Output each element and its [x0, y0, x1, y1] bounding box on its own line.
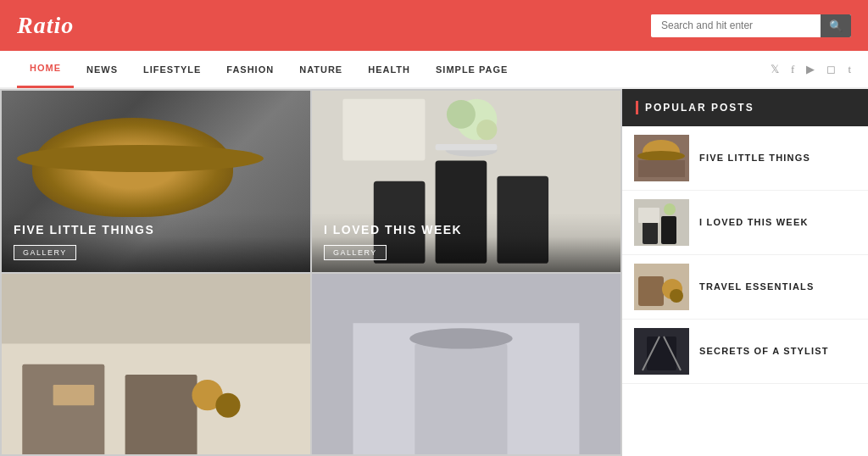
post-info-1: FIVE LITTLE THINGS — [699, 152, 856, 164]
svg-rect-14 — [53, 385, 95, 405]
nav-item-home[interactable]: HOME — [17, 50, 74, 88]
search-input[interactable] — [651, 14, 821, 36]
main-content: FIVE LITTLE THINGS GALLERY — [0, 89, 868, 456]
svg-rect-12 — [22, 364, 104, 454]
post-thumb-4 — [634, 328, 689, 375]
youtube-link[interactable]: ▶ — [806, 63, 815, 76]
grid-image-4 — [312, 274, 620, 455]
site-logo[interactable]: Ratio — [17, 12, 74, 39]
content-grid: FIVE LITTLE THINGS GALLERY — [0, 89, 622, 456]
sidebar-header: POPULAR POSTS — [622, 89, 868, 126]
grid-title-2: I LOVED THIS WEEK — [324, 223, 609, 236]
grid-image-3 — [2, 274, 310, 455]
popular-post-3[interactable]: TRAVEL ESSENTIALS — [622, 255, 868, 320]
gallery-button-1[interactable]: GALLERY — [14, 245, 76, 260]
svg-rect-4 — [342, 99, 425, 161]
nav-item-news[interactable]: NEWS — [74, 50, 131, 88]
svg-rect-27 — [661, 216, 676, 244]
post-title-3: TRAVEL ESSENTIALS — [699, 281, 856, 293]
svg-point-20 — [409, 328, 512, 348]
svg-rect-13 — [125, 374, 198, 454]
nav-item-lifestyle[interactable]: LIFESTYLE — [131, 50, 214, 88]
grid-overlay-2: I LOVED THIS WEEK GALLERY — [312, 213, 620, 272]
nav-links: HOME NEWS LIFESTYLE FASHION NATURE HEALT… — [17, 50, 520, 88]
post-thumb-1 — [634, 135, 689, 181]
svg-rect-9 — [436, 144, 498, 150]
svg-point-29 — [664, 203, 676, 215]
svg-rect-28 — [638, 208, 659, 223]
svg-point-16 — [215, 392, 240, 417]
grid-overlay-1: FIVE LITTLE THINGS GALLERY — [2, 213, 310, 272]
search-button[interactable]: 🔍 — [821, 14, 851, 37]
popular-post-1[interactable]: FIVE LITTLE THINGS — [622, 126, 868, 191]
twitter-link[interactable]: 𝕏 — [771, 63, 779, 76]
popular-post-4[interactable]: SECRETS OF A STYLIST — [622, 320, 868, 384]
sidebar-accent — [636, 101, 638, 114]
popular-post-2[interactable]: I LOVED THIS WEEK — [622, 191, 868, 255]
post-title-4: SECRETS OF A STYLIST — [699, 345, 856, 358]
nav-item-simple-page[interactable]: SIMPLE PAGE — [423, 50, 520, 88]
site-header: Ratio 🔍 — [0, 0, 868, 51]
svg-rect-19 — [415, 343, 507, 454]
nav-item-health[interactable]: HEALTH — [355, 50, 423, 88]
svg-rect-31 — [638, 276, 664, 306]
post-info-4: SECRETS OF A STYLIST — [699, 345, 856, 358]
tumblr-link[interactable]: t — [848, 63, 851, 76]
grid-item-4[interactable] — [312, 274, 620, 455]
post-title-2: I LOVED THIS WEEK — [699, 216, 856, 229]
svg-point-23 — [637, 151, 685, 161]
social-links: 𝕏 f ▶ ◻ t — [771, 63, 851, 76]
post-thumb-3 — [634, 264, 689, 310]
main-nav: HOME NEWS LIFESTYLE FASHION NATURE HEALT… — [0, 51, 868, 89]
post-thumb-2 — [634, 199, 689, 246]
nav-item-nature[interactable]: NATURE — [287, 50, 355, 88]
grid-item-1[interactable]: FIVE LITTLE THINGS GALLERY — [2, 91, 310, 272]
grid-item-3[interactable] — [2, 274, 310, 455]
grid-title-1: FIVE LITTLE THINGS — [14, 223, 298, 236]
post-title-1: FIVE LITTLE THINGS — [699, 152, 856, 164]
search-box: 🔍 — [651, 14, 851, 37]
svg-rect-24 — [638, 160, 685, 177]
svg-point-7 — [476, 120, 497, 140]
svg-point-33 — [670, 289, 683, 303]
svg-point-6 — [447, 100, 476, 129]
sidebar-title: POPULAR POSTS — [645, 102, 754, 114]
sidebar: POPULAR POSTS FIVE LITTLE THINGS — [622, 89, 868, 456]
nav-item-fashion[interactable]: FASHION — [214, 50, 287, 88]
svg-rect-26 — [643, 220, 658, 244]
facebook-link[interactable]: f — [791, 63, 794, 76]
grid-item-2[interactable]: I LOVED THIS WEEK GALLERY — [312, 91, 620, 272]
post-info-3: TRAVEL ESSENTIALS — [699, 281, 856, 293]
gallery-button-2[interactable]: GALLERY — [324, 245, 387, 260]
instagram-link[interactable]: ◻ — [826, 63, 836, 76]
post-info-2: I LOVED THIS WEEK — [699, 216, 856, 229]
